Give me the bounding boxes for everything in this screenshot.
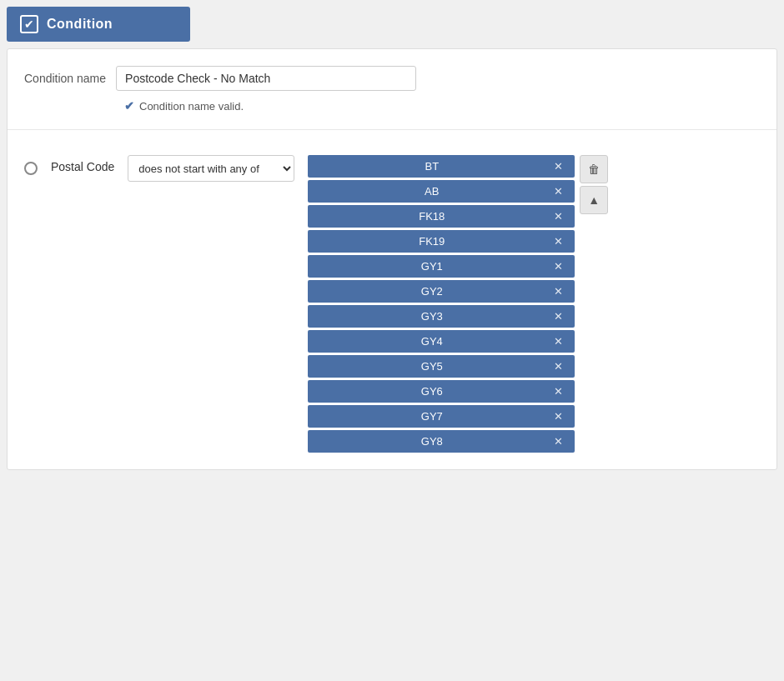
value-tag-text: GY2 (318, 285, 545, 298)
value-tag-text: AB (318, 185, 545, 198)
field-label: Postal Code (51, 160, 114, 173)
value-tag: BT✕ (308, 155, 575, 178)
condition-name-label: Condition name (24, 72, 106, 85)
value-tag-remove-button[interactable]: ✕ (552, 236, 565, 247)
value-tag-remove-button[interactable]: ✕ (552, 311, 565, 322)
value-tag: FK19✕ (308, 230, 575, 253)
value-tag: GY2✕ (308, 280, 575, 303)
collapse-button[interactable]: ▲ (580, 186, 608, 214)
condition-header: ✔ Condition (7, 7, 190, 42)
field-radio[interactable] (24, 162, 38, 175)
condition-name-row: Condition name (24, 66, 760, 91)
header-check-icon: ✔ (20, 15, 38, 33)
value-tag-text: FK18 (318, 210, 545, 223)
header-title: Condition (47, 17, 113, 32)
value-tag-text: FK19 (318, 235, 545, 248)
value-tag-text: GY3 (318, 310, 545, 323)
value-tag-remove-button[interactable]: ✕ (552, 186, 565, 197)
value-tag-text: GY8 (318, 435, 545, 448)
value-tag: GY4✕ (308, 330, 575, 353)
operator-select[interactable]: starts with any of does not start with a… (128, 155, 294, 182)
action-buttons: 🗑 ▲ (580, 155, 608, 214)
value-tag: GY6✕ (308, 380, 575, 403)
main-card: Condition name ✔ Condition name valid. P… (7, 48, 777, 470)
collapse-icon: ▲ (588, 193, 600, 207)
divider (8, 129, 776, 130)
delete-button[interactable]: 🗑 (580, 155, 608, 183)
condition-name-input[interactable] (116, 66, 416, 91)
value-tag-remove-button[interactable]: ✕ (552, 386, 565, 397)
condition-row: Postal Code starts with any of does not … (24, 147, 760, 453)
value-tag-remove-button[interactable]: ✕ (552, 361, 565, 372)
condition-name-valid: ✔ Condition name valid. (124, 99, 760, 113)
value-tag-text: GY1 (318, 260, 545, 273)
value-tag-remove-button[interactable]: ✕ (552, 411, 565, 422)
value-tag-text: BT (318, 160, 545, 173)
valid-check-icon: ✔ (124, 99, 134, 113)
value-tag-text: GY5 (318, 360, 545, 373)
values-container: BT✕AB✕FK18✕FK19✕GY1✕GY2✕GY3✕GY4✕GY5✕GY6✕… (308, 155, 575, 453)
value-tag-text: GY6 (318, 385, 545, 398)
value-tag: AB✕ (308, 180, 575, 203)
value-tag: FK18✕ (308, 205, 575, 228)
value-tag: GY5✕ (308, 355, 575, 378)
value-tag-remove-button[interactable]: ✕ (552, 211, 565, 222)
value-tag-remove-button[interactable]: ✕ (552, 336, 565, 347)
value-tag: GY3✕ (308, 305, 575, 328)
value-tag: GY1✕ (308, 255, 575, 278)
value-tag-remove-button[interactable]: ✕ (552, 436, 565, 447)
value-tag-remove-button[interactable]: ✕ (552, 261, 565, 272)
value-tag-remove-button[interactable]: ✕ (552, 161, 565, 172)
valid-text: Condition name valid. (139, 100, 244, 113)
value-tag-text: GY4 (318, 335, 545, 348)
value-tag: GY8✕ (308, 430, 575, 453)
value-tag: GY7✕ (308, 405, 575, 428)
values-and-actions: BT✕AB✕FK18✕FK19✕GY1✕GY2✕GY3✕GY4✕GY5✕GY6✕… (308, 155, 608, 453)
value-tag-remove-button[interactable]: ✕ (552, 286, 565, 297)
delete-icon: 🗑 (588, 163, 600, 176)
value-tag-text: GY7 (318, 410, 545, 423)
